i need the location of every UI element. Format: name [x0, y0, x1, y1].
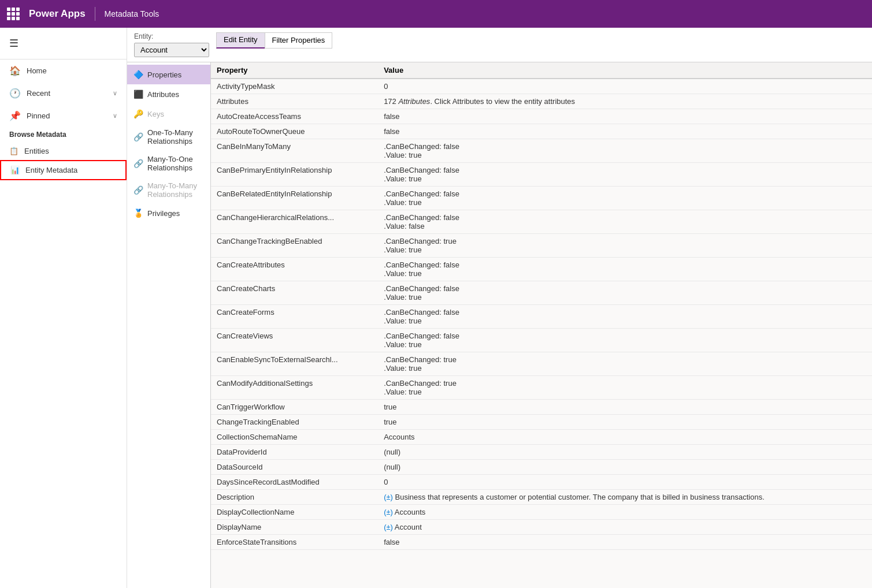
props-sidebar: 🔷Properties⬛Attributes🔑Keys🔗One-To-Many … [127, 62, 211, 588]
value-cell: 172 Attributes. Click Attributes to view… [378, 94, 872, 109]
value-cell: (null) [378, 445, 872, 460]
left-nav: ☰ 🏠 Home 🕐 Recent ∨ 📌 Pinned ∨ Browse Me… [0, 28, 127, 588]
table-row: CanBeInManyToMany.CanBeChanged: false.Va… [211, 139, 872, 163]
property-cell: ActivityTypeMask [211, 79, 378, 94]
value-cell[interactable]: (±) Business that represents a customer … [378, 490, 872, 505]
table-row: CanCreateCharts.CanBeChanged: false.Valu… [211, 281, 872, 305]
nav-entity-metadata[interactable]: 📊 Entity Metadata [0, 160, 127, 180]
value-cell: .CanBeChanged: false.Value: true [378, 305, 872, 329]
props-item-icon: 🔑 [133, 109, 143, 119]
content-area: Entity: Account Edit Entity Filter Prope… [127, 28, 872, 588]
pinned-chevron-icon: ∨ [113, 112, 117, 120]
table-row: DisplayCollectionName(±) Accounts [211, 505, 872, 520]
props-sidebar-item[interactable]: 🔗One-To-Many Relationships [127, 124, 210, 150]
value-cell[interactable]: (±) Accounts [378, 505, 872, 520]
property-cell: CanBeInManyToMany [211, 139, 378, 163]
tab-edit-entity[interactable]: Edit Entity [216, 32, 265, 49]
value-cell: .CanBeChanged: true.Value: true [378, 376, 872, 400]
props-sidebar-item[interactable]: 🔗Many-To-One Relationships [127, 150, 210, 177]
browse-metadata-section: Browse Metadata [0, 127, 127, 142]
entity-metadata-icon: 📊 [10, 166, 20, 174]
props-sidebar-item[interactable]: 🔷Properties [127, 65, 210, 84]
property-cell: ChangeTrackingEnabled [211, 415, 378, 430]
props-sidebar-item[interactable]: 🏅Privileges [127, 203, 210, 223]
table-row: CanModifyAdditionalSettings.CanBeChanged… [211, 376, 872, 400]
properties-table: Property Value ActivityTypeMask0Attribut… [211, 62, 872, 550]
table-row: DataSourceId(null) [211, 460, 872, 475]
entity-bar: Entity: Account Edit Entity Filter Prope… [127, 28, 872, 62]
property-cell: CanBePrimaryEntityInRelationship [211, 163, 378, 187]
property-cell: CollectionSchemaName [211, 430, 378, 445]
table-row: ActivityTypeMask0 [211, 79, 872, 94]
value-cell: true [378, 400, 872, 415]
entity-metadata-label: Entity Metadata [25, 166, 77, 174]
props-item-label: Privileges [147, 209, 180, 218]
table-row: CanChangeHierarchicalRelations....CanBeC… [211, 210, 872, 234]
hamburger-button[interactable]: ☰ [0, 32, 127, 54]
property-cell: CanChangeTrackingBeEnabled [211, 234, 378, 258]
value-cell: .CanBeChanged: false.Value: false [378, 210, 872, 234]
property-cell: CanChangeHierarchicalRelations... [211, 210, 378, 234]
nav-entities[interactable]: 📋 Entities [0, 142, 127, 160]
props-item-label: One-To-Many Relationships [147, 128, 205, 146]
property-cell: CanBeRelatedEntityInRelationship [211, 187, 378, 210]
entity-select[interactable]: Account [134, 43, 209, 57]
entities-icon: 📋 [9, 147, 18, 155]
value-cell: false [378, 535, 872, 550]
tab-buttons: Edit Entity Filter Properties [216, 32, 332, 49]
property-cell: AutoRouteToOwnerQueue [211, 124, 378, 139]
table-row: CanBeRelatedEntityInRelationship.CanBeCh… [211, 187, 872, 210]
props-sidebar-item[interactable]: ⬛Attributes [127, 84, 210, 104]
property-cell: CanCreateAttributes [211, 258, 378, 281]
table-row: CanChangeTrackingBeEnabled.CanBeChanged:… [211, 234, 872, 258]
table-row: AutoCreateAccessTeamsfalse [211, 109, 872, 124]
value-cell: .CanBeChanged: true.Value: true [378, 234, 872, 258]
home-label: Home [27, 66, 117, 75]
value-cell: .CanBeChanged: false.Value: true [378, 258, 872, 281]
inner-layout: 🔷Properties⬛Attributes🔑Keys🔗One-To-Many … [127, 62, 872, 588]
nav-home[interactable]: 🏠 Home [0, 59, 127, 82]
recent-label: Recent [27, 89, 107, 98]
property-cell: DisplayCollectionName [211, 505, 378, 520]
topbar-subtitle: Metadata Tools [105, 9, 159, 18]
grid-menu-icon[interactable] [7, 8, 20, 20]
value-cell: .CanBeChanged: false.Value: true [378, 139, 872, 163]
recent-icon: 🕐 [9, 88, 21, 99]
entities-label: Entities [24, 147, 49, 155]
property-cell: DaysSinceRecordLastModified [211, 475, 378, 490]
main-layout: ☰ 🏠 Home 🕐 Recent ∨ 📌 Pinned ∨ Browse Me… [0, 28, 872, 588]
nav-pinned[interactable]: 📌 Pinned ∨ [0, 105, 127, 127]
tab-filter-properties[interactable]: Filter Properties [265, 32, 333, 49]
value-cell: 0 [378, 475, 872, 490]
property-cell: Description [211, 490, 378, 505]
entity-label: Entity: [134, 32, 209, 40]
table-row: DisplayName(±) Account [211, 520, 872, 535]
props-item-label: Attributes [147, 90, 179, 99]
table-row: DataProviderId(null) [211, 445, 872, 460]
props-sidebar-item: 🔗Many-To-Many Relationships [127, 177, 210, 203]
props-item-icon: 🔗 [133, 132, 143, 142]
recent-chevron-icon: ∨ [113, 90, 117, 97]
value-cell: Accounts [378, 430, 872, 445]
table-row: EnforceStateTransitionsfalse [211, 535, 872, 550]
value-cell: .CanBeChanged: false.Value: true [378, 187, 872, 210]
home-icon: 🏠 [9, 65, 21, 76]
col-value: Value [378, 62, 872, 79]
value-cell[interactable]: (±) Account [378, 520, 872, 535]
table-row: CanBePrimaryEntityInRelationship.CanBeCh… [211, 163, 872, 187]
property-cell: AutoCreateAccessTeams [211, 109, 378, 124]
table-row: CanCreateForms.CanBeChanged: false.Value… [211, 305, 872, 329]
topbar: Power Apps Metadata Tools [0, 0, 872, 28]
property-cell: DataProviderId [211, 445, 378, 460]
topbar-divider [95, 7, 95, 21]
pinned-icon: 📌 [9, 110, 21, 121]
property-cell: EnforceStateTransitions [211, 535, 378, 550]
props-item-icon: 🔗 [133, 185, 143, 195]
nav-recent[interactable]: 🕐 Recent ∨ [0, 82, 127, 105]
table-row: DaysSinceRecordLastModified0 [211, 475, 872, 490]
props-item-label: Many-To-One Relationships [147, 155, 205, 172]
props-item-icon: ⬛ [133, 89, 143, 99]
value-cell: false [378, 109, 872, 124]
table-row: CanCreateAttributes.CanBeChanged: false.… [211, 258, 872, 281]
value-cell: false [378, 124, 872, 139]
